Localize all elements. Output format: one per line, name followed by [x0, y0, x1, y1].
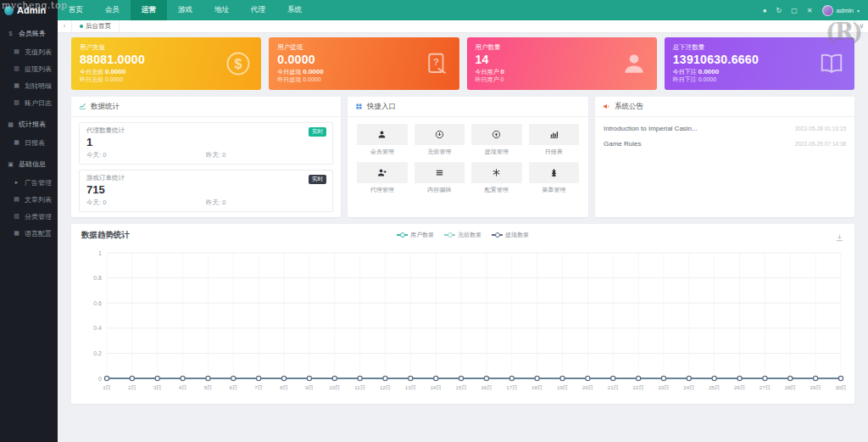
svg-text:20日: 20日 [582, 384, 593, 391]
quick-label: 日报表 [529, 148, 580, 156]
quick-tile[interactable] [357, 124, 408, 145]
stat-cards-row: 用户充值88081.0000今日充值 0.0000昨日充值 0.0000$用户提… [71, 37, 854, 90]
sidebar-item-11[interactable]: ▥分类管理 [0, 208, 58, 225]
download-icon[interactable] [835, 231, 844, 240]
svg-text:1: 1 [98, 250, 102, 256]
svg-text:10日: 10日 [329, 384, 340, 391]
card-yesterday: 昨日提现 0.0000 [277, 76, 450, 83]
svg-text:25日: 25日 [709, 384, 720, 391]
nav-tab-2[interactable]: 会员 [94, 0, 131, 20]
user-icon [621, 51, 647, 76]
note-icon: ? [424, 51, 449, 76]
announcement-row-1[interactable]: Introduction to Imperial Casin...2022-05… [595, 117, 854, 132]
chart-legend: 用户数量充值数量提现数量 [397, 231, 529, 239]
svg-text:16日: 16日 [481, 384, 492, 391]
quick-label: 内容编辑 [415, 186, 465, 194]
quick-entry-grid: 会员管理充值管理提现管理日报表代理管理内容编辑配置管理菜单管理 [348, 117, 588, 201]
stat-today: 今天: 0 [86, 151, 206, 159]
refresh-icon[interactable]: ↻ [776, 7, 782, 14]
username: admin [837, 7, 854, 14]
quick-tile[interactable] [471, 162, 522, 183]
legend-item-2[interactable]: 充值数量 [444, 231, 481, 239]
nav-tab-5[interactable]: 地址 [203, 0, 240, 20]
quick-tile[interactable] [415, 162, 465, 183]
sidebar-section-1[interactable]: $会员账务 [0, 24, 58, 43]
announcement-title: Introduction to Imperial Casin... [604, 125, 698, 132]
sidebar-item-3[interactable]: ▥提现列表 [0, 60, 58, 77]
announcement-time: 2022-05-28 01:13:15 [795, 126, 846, 131]
sidebar-item-5[interactable]: ▧账户日志 [0, 94, 58, 111]
nav-tab-6[interactable]: 代理 [240, 0, 276, 20]
svg-text:21日: 21日 [608, 384, 619, 391]
svg-text:9日: 9日 [305, 384, 314, 391]
tab-dashboard[interactable]: 后台首页 [72, 20, 120, 32]
tags-scroll-right[interactable]: › [841, 20, 854, 32]
sidebar-nav: $会员账务▤充值列表▥提现列表▦划转明细▧账户日志▩统计报表▦日报表▣基础信息▸… [0, 24, 58, 242]
sidebar-item-icon: ▧ [13, 99, 20, 106]
sidebar-section-6[interactable]: ▩统计报表 [0, 115, 58, 134]
agent-icon [377, 168, 387, 177]
announcement-time: 2022-05-25 07:14:38 [795, 141, 846, 147]
tags-menu-toggle[interactable]: ∨ [854, 20, 868, 32]
nav-tab-7[interactable]: 系统 [276, 0, 313, 20]
dot-icon[interactable]: ● [763, 7, 767, 14]
stat-yesterday: 昨天: 0 [206, 199, 326, 207]
nav-tab-3[interactable]: 运营 [131, 0, 167, 20]
data-stats-panel: 数据统计 代理数量统计实时1今天: 0昨天: 0游戏订单统计实时715今天: 0… [71, 97, 341, 217]
tags-scroll-left[interactable]: ‹ [58, 20, 72, 32]
quick-tile[interactable] [529, 124, 580, 145]
navbar-right: ●↻▢✕ admin ▾ [763, 5, 868, 16]
status-badge: 实时 [309, 175, 326, 184]
quick-tile[interactable] [357, 162, 408, 183]
svg-text:23日: 23日 [658, 384, 669, 391]
sidebar-item-2[interactable]: ▤充值列表 [0, 43, 58, 60]
chevron-down-icon: ▾ [857, 8, 860, 14]
sidebar-item-10[interactable]: ▤文章列表 [0, 191, 58, 208]
sidebar-item-9[interactable]: ▸广告管理 [0, 174, 58, 191]
sidebar-section-8[interactable]: ▣基础信息 [0, 154, 58, 174]
announcement-row-2[interactable]: Game Rules2022-05-25 07:14:38 [595, 132, 854, 148]
app-logo: Admin [0, 0, 58, 20]
legend-item-1[interactable]: 用户数量 [397, 231, 434, 239]
quick-tile[interactable] [415, 124, 465, 145]
quick-entry-3: 提现管理 [471, 124, 522, 156]
nav-tab-1[interactable]: 首页 [58, 0, 94, 20]
svg-text:7日: 7日 [254, 384, 263, 391]
data-stats-list: 代理数量统计实时1今天: 0昨天: 0游戏订单统计实时715今天: 0昨天: 0 [71, 122, 341, 212]
svg-text:0.6: 0.6 [93, 300, 102, 306]
card-yesterday: 昨日用户 0 [476, 76, 648, 83]
quick-label: 提现管理 [471, 148, 522, 156]
quick-entry-8: 菜单管理 [529, 162, 580, 194]
legend-item-3[interactable]: 提现数量 [492, 231, 529, 239]
quick-entry-2: 充值管理 [415, 124, 465, 156]
tags-controls: › ∨ [841, 20, 868, 32]
svg-text:19日: 19日 [557, 384, 568, 391]
speaker-icon [603, 103, 610, 110]
close-icon[interactable]: ✕ [807, 7, 813, 14]
stat-box-2: 游戏订单统计实时715今天: 0昨天: 0 [79, 170, 333, 212]
svg-text:12日: 12日 [380, 384, 391, 391]
quick-tile[interactable] [471, 124, 522, 145]
svg-text:18日: 18日 [531, 384, 542, 391]
quick-label: 菜单管理 [529, 186, 580, 194]
main-content: 用户充值88081.0000今日充值 0.0000昨日充值 0.0000$用户提… [58, 32, 868, 442]
withdraw-icon [492, 130, 501, 139]
svg-text:0.4: 0.4 [93, 325, 102, 331]
svg-text:0.8: 0.8 [93, 275, 102, 281]
sidebar: Admin $会员账务▤充值列表▥提现列表▦划转明细▧账户日志▩统计报表▦日报表… [0, 0, 58, 442]
sidebar-item-7[interactable]: ▦日报表 [0, 134, 58, 151]
line-chart: 00.20.40.60.811日2日3日4日5日6日7日8日9日10日11日12… [71, 246, 854, 400]
quick-tile[interactable] [529, 162, 580, 183]
quick-entry-header: 快捷入口 [348, 97, 588, 117]
dollar-icon: $ [225, 51, 251, 76]
sidebar-item-12[interactable]: ▦语言配置 [0, 225, 58, 242]
quick-entry-7: 配置管理 [471, 162, 522, 194]
fullscreen-icon[interactable]: ▢ [791, 7, 798, 14]
nav-tab-4[interactable]: 游戏 [167, 0, 203, 20]
sidebar-item-4[interactable]: ▦划转明细 [0, 77, 58, 94]
stat-card-4: 总下注数量13910630.6660今日下注 0.0000昨日下注 0.0000 [665, 37, 854, 90]
sidebar-item-icon: ▸ [13, 179, 20, 186]
quick-label: 配置管理 [471, 186, 522, 194]
sidebar-item-icon: ▦ [13, 139, 20, 146]
user-menu[interactable]: admin ▾ [822, 5, 860, 16]
